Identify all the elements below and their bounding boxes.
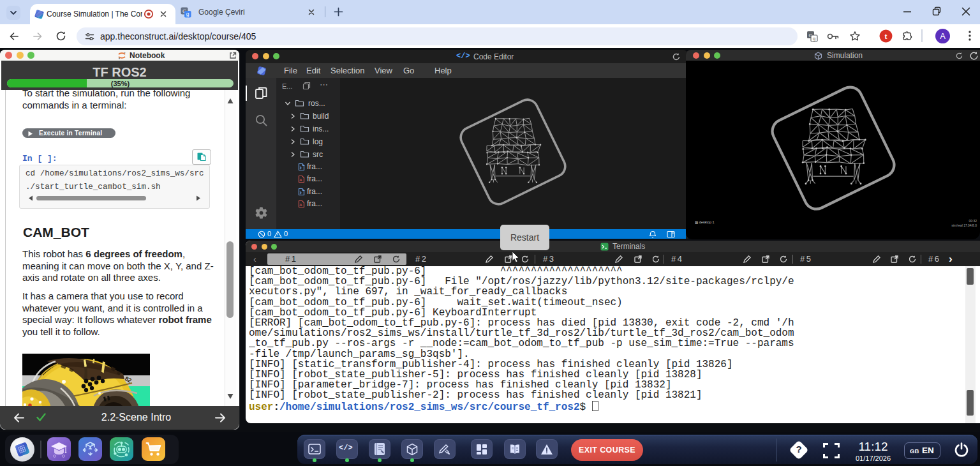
svg-text:g: g — [813, 36, 815, 41]
svg-text:A: A — [299, 178, 302, 182]
svg-text:t: t — [885, 32, 887, 41]
svg-text:A: A — [299, 203, 302, 207]
svg-text:R: R — [91, 442, 94, 446]
svg-text:g: g — [186, 11, 189, 17]
